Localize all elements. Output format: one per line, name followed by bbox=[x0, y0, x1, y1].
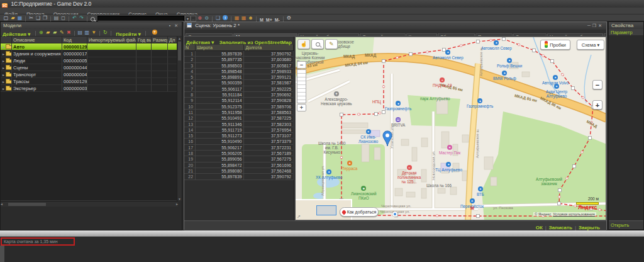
coordinate-row[interactable]: 1055,91237537,589706 bbox=[184, 104, 294, 110]
expand-icon[interactable]: ▸ bbox=[3, 59, 4, 63]
search-input[interactable] bbox=[97, 16, 184, 21]
list2-icon[interactable]: ▥ bbox=[84, 29, 91, 36]
filter-icon[interactable]: ▼ bbox=[91, 29, 97, 36]
edit-icon[interactable]: ✎ bbox=[58, 29, 65, 36]
models-close-icon[interactable]: ✕ bbox=[174, 23, 179, 28]
add-folder-icon[interactable]: ▰ bbox=[45, 29, 52, 36]
map-view[interactable]: Лианозовское кладбищеЦерковь- часовня Кс… bbox=[295, 37, 606, 220]
zoom-select-tool-button[interactable] bbox=[311, 39, 324, 49]
coordinate-row[interactable]: 1955,89905637,567275 bbox=[184, 156, 294, 162]
footer-button-Записать[interactable]: Записать bbox=[547, 225, 575, 231]
models-row[interactable]: ▸Здания и сооружения0000000175 bbox=[1, 50, 178, 57]
cut-icon[interactable]: ✂ bbox=[28, 14, 35, 21]
map-pin-icon[interactable] bbox=[382, 130, 392, 147]
help-icon[interactable]: ? bbox=[152, 30, 157, 35]
models-row[interactable]: ▸Транспорт0000000049 bbox=[1, 71, 178, 78]
expand-icon[interactable]: ▸ bbox=[3, 80, 4, 84]
settings-icon[interactable]: ⚙ bbox=[286, 14, 292, 21]
save-icon[interactable]: ▦ bbox=[16, 14, 23, 21]
info-icon[interactable]: i bbox=[223, 15, 228, 20]
traffic-button[interactable]: Пробки bbox=[540, 40, 570, 50]
expand-icon[interactable]: ▸ bbox=[3, 66, 4, 70]
zoom-in-icon[interactable]: ⊕ bbox=[196, 14, 203, 21]
models-column-2[interactable]: Импортируемый файл bbox=[87, 37, 136, 43]
new-icon[interactable]: ▢ bbox=[3, 14, 9, 21]
coordinate-row[interactable]: 955,91211437,590828 bbox=[184, 98, 294, 103]
coordinate-row[interactable]: 1655,91049037,573379 bbox=[184, 139, 294, 144]
pan-hand-tool-button[interactable]: ☝ bbox=[297, 39, 310, 49]
models-column-1[interactable]: Код bbox=[62, 37, 87, 43]
coordinate-row[interactable]: 1855,90620537,567189 bbox=[184, 151, 294, 156]
models-column-3[interactable]: Год вы... bbox=[136, 37, 152, 43]
coordinate-row[interactable]: 755,90611737,592225 bbox=[184, 86, 294, 92]
copy-folder-icon[interactable]: ▰ bbox=[52, 29, 58, 36]
minimize-icon[interactable]: ─ bbox=[587, 23, 592, 28]
models-column-4[interactable]: Размер bbox=[152, 37, 168, 43]
windows-icon[interactable]: ❏ bbox=[214, 14, 221, 21]
minimap-expand-icon[interactable]: ↗ bbox=[297, 214, 301, 219]
models-row[interactable]: ▸Авто0000001297 bbox=[1, 43, 178, 50]
redo-icon[interactable]: ↷ bbox=[78, 14, 85, 21]
terms-link[interactable]: Условия использования bbox=[553, 212, 595, 216]
paste-icon[interactable]: ❐ bbox=[42, 14, 48, 21]
coordinate-row[interactable]: 555,89889137,599121 bbox=[184, 74, 294, 80]
footer-button-ОК[interactable]: ОК bbox=[533, 225, 545, 231]
copy-icon[interactable]: ❏ bbox=[35, 14, 42, 21]
list-icon[interactable]: ▤ bbox=[77, 29, 84, 36]
close-icon[interactable]: ✕ bbox=[598, 23, 604, 28]
coordinate-row[interactable]: 455,89854837,598933 bbox=[184, 69, 294, 74]
coordinate-row[interactable]: 1355,91134637,582303 bbox=[184, 122, 294, 127]
coordinate-row[interactable]: 1255,91049137,587225 bbox=[184, 115, 294, 121]
coordinate-row[interactable]: 155,89783937,590792 bbox=[184, 51, 294, 57]
search-more-button[interactable]: .. bbox=[191, 16, 196, 21]
restore-icon[interactable]: ❐ bbox=[592, 23, 598, 28]
models-pin-icon[interactable]: ▪ bbox=[169, 23, 172, 28]
slider-zoom-out-button[interactable]: − bbox=[297, 61, 306, 69]
models-vertical-scrollbar[interactable]: ▲▼ bbox=[177, 37, 182, 201]
preview-icon[interactable]: ◻ bbox=[60, 14, 67, 21]
models-column-0[interactable]: Описание bbox=[12, 37, 62, 43]
properties-parameter-row[interactable]: Параметр bbox=[609, 29, 643, 36]
map-zoom-out-button[interactable]: − bbox=[592, 80, 602, 89]
coordinate-row[interactable]: 1455,91171937,576954 bbox=[184, 127, 294, 133]
properties-open-button[interactable]: Открыть bbox=[609, 220, 643, 229]
coordinate-row[interactable]: 655,90035937,581987 bbox=[184, 80, 294, 86]
map-zoom-in-button[interactable]: + bbox=[592, 100, 602, 110]
slider-zoom-in-button[interactable]: + bbox=[297, 104, 306, 111]
coordinate-row[interactable]: 355,89850337,605817 bbox=[184, 63, 294, 69]
route-button[interactable]: Как добраться bbox=[340, 207, 379, 217]
expand-icon[interactable]: ▸ bbox=[3, 87, 4, 91]
minimap-viewport[interactable] bbox=[316, 205, 336, 215]
refresh-icon[interactable]: ↻ bbox=[102, 29, 109, 36]
coordinate-row[interactable]: 1555,91127337,573107 bbox=[184, 133, 294, 139]
coordinate-row[interactable]: 2255,89783937,590792 bbox=[184, 174, 294, 179]
models-row[interactable]: ▸Люди0000000057 bbox=[1, 57, 178, 64]
print-icon[interactable]: ▤ bbox=[53, 14, 60, 21]
delete-icon[interactable]: ✖ bbox=[65, 29, 72, 36]
calendar-icon[interactable]: ▦ bbox=[233, 14, 240, 21]
layer-button[interactable]: Схема ▾ bbox=[577, 40, 604, 50]
expand-icon[interactable]: ▸ bbox=[3, 52, 4, 56]
expand-icon[interactable]: ▸ bbox=[3, 45, 4, 49]
user-icon[interactable]: ☻ bbox=[247, 14, 254, 21]
open-icon[interactable]: ▰ bbox=[9, 14, 16, 21]
models-row[interactable]: ▸Сцены0000000447 bbox=[1, 64, 178, 71]
coordinate-row[interactable]: 2055,89847237,561696 bbox=[184, 162, 294, 168]
coordinate-row[interactable]: 1155,91195837,588563 bbox=[184, 110, 294, 115]
slider-track[interactable] bbox=[297, 69, 306, 103]
expand-icon[interactable]: ▸ bbox=[3, 73, 4, 77]
coordinate-row[interactable]: 1755,90621737,572231 bbox=[184, 145, 294, 151]
zoom-out-icon[interactable]: ⊖ bbox=[203, 14, 210, 21]
coordinate-row[interactable]: 855,91118437,590692 bbox=[184, 92, 294, 98]
add-icon[interactable]: ⊕ bbox=[38, 29, 45, 36]
search-dropdown-button[interactable]: ▾ bbox=[185, 16, 191, 21]
map-zoom-slider[interactable]: − + bbox=[297, 61, 306, 111]
coordinate-row[interactable]: 255,89773537,603680 bbox=[184, 57, 294, 62]
calendar2-icon[interactable]: ▦ bbox=[240, 14, 247, 21]
footer-button-Закрыть[interactable]: Закрыть bbox=[576, 225, 602, 231]
models-row[interactable]: ▸Экстерьер0000000031 bbox=[1, 85, 178, 92]
undo-icon[interactable]: ↶ bbox=[71, 14, 78, 21]
coordinate-row[interactable]: 2155,89808037,562468 bbox=[184, 168, 294, 174]
draw-boundary-tool-button[interactable]: ✎ bbox=[325, 39, 338, 49]
models-row[interactable]: ▸Трассы0000001295 bbox=[1, 78, 178, 85]
